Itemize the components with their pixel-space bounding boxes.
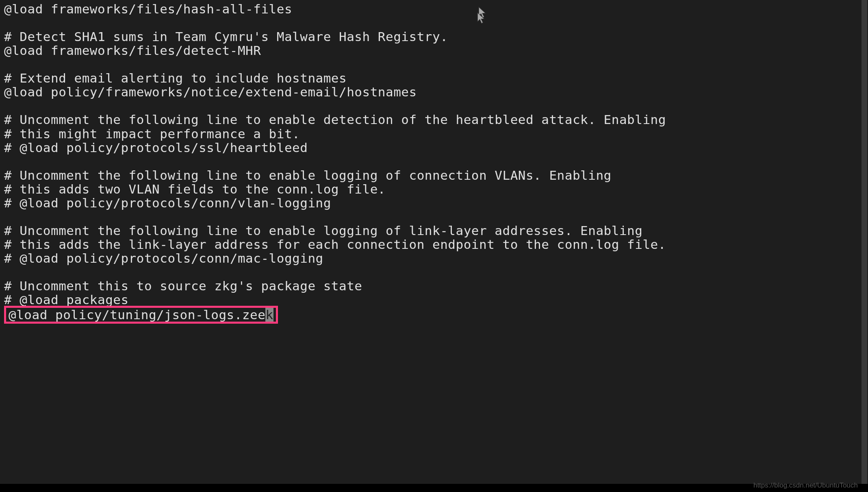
highlighted-code-line: @load policy/tuning/json-logs.zeek: [9, 307, 273, 322]
text-cursor: k: [265, 308, 273, 322]
bottom-border: [0, 484, 868, 492]
code-line: # Uncomment the following line to enable…: [4, 224, 864, 237]
code-line: # @load policy/protocols/ssl/heartbleed: [4, 141, 864, 155]
code-line: # @load packages: [4, 293, 864, 307]
code-line: @load frameworks/files/detect-MHR: [4, 44, 864, 57]
code-line: # this adds the link-layer address for e…: [4, 237, 864, 251]
code-line: # Uncomment the following line to enable…: [4, 168, 864, 182]
code-line: [4, 210, 864, 224]
code-line: [4, 155, 864, 168]
code-line: [4, 265, 864, 279]
code-line: # this might impact performance a bit.: [4, 127, 864, 141]
code-line: # Uncomment this to source zkg's package…: [4, 279, 864, 293]
vertical-scrollbar[interactable]: [861, 0, 867, 492]
code-line: # Extend email alerting to include hostn…: [4, 71, 864, 85]
scrollbar-thumb[interactable]: [861, 0, 867, 492]
code-line: [4, 99, 864, 113]
code-line: [4, 57, 864, 71]
code-line: @load policy/frameworks/notice/extend-em…: [4, 85, 864, 99]
code-line: # @load policy/protocols/conn/vlan-loggi…: [4, 196, 864, 210]
watermark-text: https://blog.csdn.net/UbuntuTouch: [753, 482, 858, 490]
highlighted-line-box: @load policy/tuning/json-logs.zeek: [4, 306, 278, 324]
code-line: [4, 16, 864, 30]
code-line: # @load policy/protocols/conn/mac-loggin…: [4, 251, 864, 265]
code-line: @load frameworks/files/hash-all-files: [4, 2, 864, 16]
code-line: # this adds two VLAN fields to the conn.…: [4, 182, 864, 196]
code-line: # Uncomment the following line to enable…: [4, 113, 864, 126]
editor-content[interactable]: @load frameworks/files/hash-all-files # …: [4, 2, 864, 324]
code-line: # Detect SHA1 sums in Team Cymru's Malwa…: [4, 30, 864, 44]
highlighted-line-text: @load policy/tuning/json-logs.zee: [9, 307, 265, 322]
